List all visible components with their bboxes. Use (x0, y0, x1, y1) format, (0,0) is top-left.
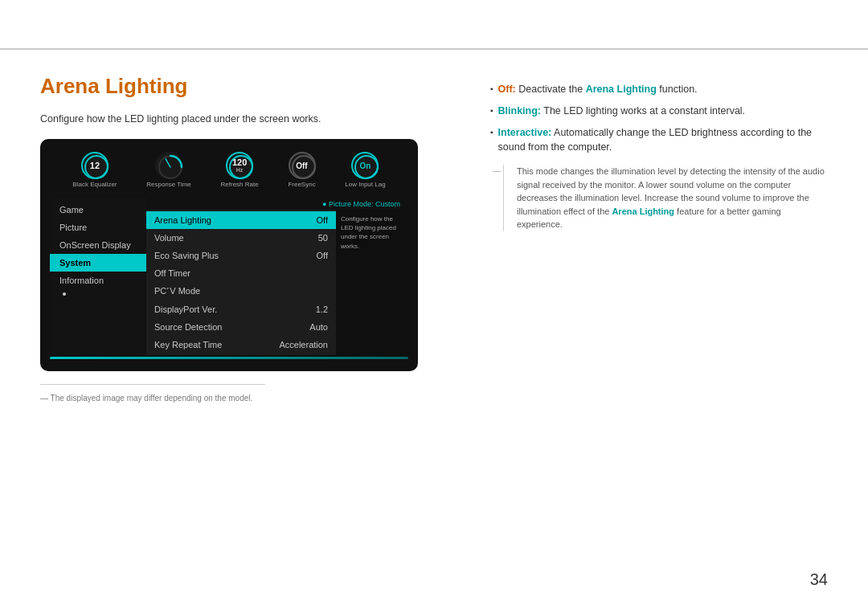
page-title: Arena Lighting (40, 74, 458, 99)
scroll-indicator (63, 292, 66, 296)
gauge-circle-black-equalizer: 12 (81, 152, 108, 179)
osd-item-off-timer[interactable]: Off Timer (146, 264, 336, 282)
text-off-end: function. (659, 84, 697, 95)
osd-menu-information[interactable]: Information (50, 272, 146, 289)
osd-item-key-repeat[interactable]: Key Repeat Time Acceleration (146, 336, 336, 353)
term-interactive: Interactive: (498, 127, 552, 138)
monitor-mockup: 12 Black Equalizer Response Time (40, 139, 418, 371)
osd-container: Game Picture OnScreen Display System Inf… (50, 198, 408, 355)
bullet-off: Off: Deactivate the Arena Lighting funct… (490, 82, 828, 97)
gauge-freesync: Off FreeSync (288, 152, 315, 188)
text-off-desc: Deactivate the (518, 84, 585, 95)
svg-line-2 (166, 159, 170, 167)
bullet-blinking: Blinking: The LED lighting works at a co… (490, 104, 828, 119)
osd-menu-onscreen-display[interactable]: OnScreen Display (50, 236, 146, 254)
right-panel: Off: Deactivate the Arena Lighting funct… (490, 74, 828, 403)
osd-item-volume[interactable]: Volume 50 (146, 229, 336, 247)
osd-picture-mode-label: ● Picture Mode: Custom (146, 198, 408, 210)
osd-item-eco-saving[interactable]: Eco Saving Plus Off (146, 247, 336, 264)
osd-menu-picture[interactable]: Picture (50, 219, 146, 236)
osd-right-menu: Arena Lighting Off Volume 50 Eco Saving … (146, 210, 336, 355)
text-blinking-desc: The LED lighting works at a constant int… (543, 105, 745, 116)
osd-right-area: Arena Lighting Off Volume 50 Eco Saving … (146, 210, 408, 355)
gauge-circle-refresh-rate: 120 Hz (226, 152, 253, 179)
description: Configure how the LED lighting placed un… (40, 113, 458, 125)
gauge-bar: 12 Black Equalizer Response Time (50, 149, 408, 191)
term-off: Off: (498, 84, 516, 95)
gauge-low-input-lag: On Low Input Lag (345, 152, 385, 188)
bullet-interactive: Interactive: Automatically change the LE… (490, 125, 828, 156)
left-panel: Arena Lighting Configure how the LED lig… (40, 74, 458, 403)
osd-item-source-detection[interactable]: Source Detection Auto (146, 318, 336, 336)
footnote-text: The displayed image may differ depending… (40, 394, 252, 403)
osd-side-info: Configure how the LED lighting placed un… (336, 210, 408, 355)
osd-item-arena-lighting[interactable]: Arena Lighting Off (146, 211, 336, 229)
gauge-response-time: Response Time (146, 152, 191, 188)
osd-menu-game[interactable]: Game (50, 201, 146, 219)
teal-accent-line (50, 357, 408, 359)
osd-left-menu: Game Picture OnScreen Display System Inf… (50, 198, 146, 355)
gauge-refresh-rate: 120 Hz Refresh Rate (221, 152, 259, 188)
feature-list: Off: Deactivate the Arena Lighting funct… (490, 82, 828, 155)
osd-right-panel: ● Picture Mode: Custom Arena Lighting Of… (146, 198, 408, 355)
indented-note: This mode changes the illumination level… (503, 165, 828, 231)
osd-item-displayport[interactable]: DisplayPort Ver. 1.2 (146, 300, 336, 318)
osd-menu-system[interactable]: System (50, 254, 146, 272)
gauge-circle-response-time (155, 152, 182, 179)
gauge-black-equalizer: 12 Black Equalizer (72, 152, 117, 188)
link-arena-lighting-2: Arena Lighting (612, 206, 674, 216)
gauge-circle-low-input-lag: On (351, 152, 379, 179)
osd-item-pc-av-mode[interactable]: PCʼV Mode (146, 282, 336, 300)
page-number: 34 (810, 570, 828, 589)
footnote-section: The displayed image may differ depending… (40, 384, 265, 403)
term-blinking: Blinking: (498, 105, 541, 116)
link-arena-lighting-1: Arena Lighting (586, 84, 657, 95)
gauge-circle-freesync: Off (289, 152, 316, 179)
